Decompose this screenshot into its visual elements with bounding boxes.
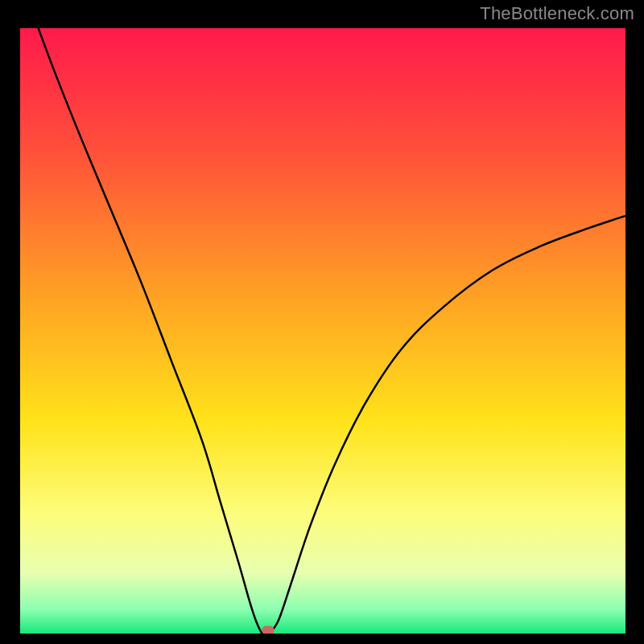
curve-path: [39, 28, 625, 634]
bottleneck-curve: [20, 28, 625, 634]
plot-area: [20, 28, 625, 634]
optimum-marker: [262, 626, 275, 634]
watermark-text: TheBottleneck.com: [480, 3, 634, 24]
